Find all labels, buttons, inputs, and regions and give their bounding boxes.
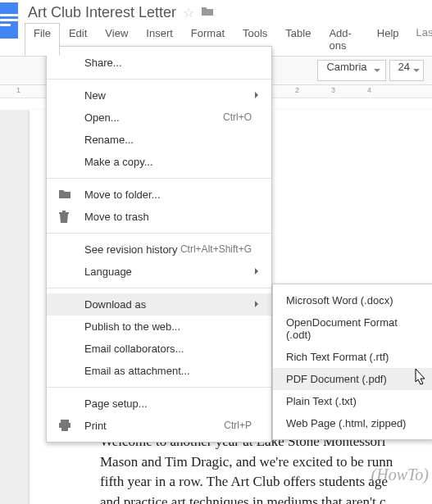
file-page-setup[interactable]: Page setup...: [47, 393, 271, 415]
file-open[interactable]: Open...Ctrl+O: [47, 107, 271, 129]
ruler-mark: 3: [331, 86, 335, 94]
chevron-down-icon: [374, 69, 380, 75]
separator: [47, 79, 271, 79]
download-odt[interactable]: OpenDocument Format (.odt): [273, 311, 432, 346]
file-share[interactable]: Share...: [47, 52, 271, 74]
download-docx[interactable]: Microsoft Word (.docx): [273, 289, 432, 311]
download-rtf[interactable]: Rich Text Format (.rtf): [273, 346, 432, 368]
file-revision[interactable]: See revision historyCtrl+Alt+Shift+G: [47, 238, 271, 261]
font-size: 24: [398, 61, 410, 73]
chevron-down-icon: [413, 69, 420, 75]
separator: [47, 233, 271, 234]
folder-icon[interactable]: [201, 6, 214, 20]
file-print[interactable]: PrintCtrl+P: [47, 415, 271, 437]
last-edit-label[interactable]: Last e: [408, 23, 432, 56]
font-select[interactable]: Cambria: [317, 60, 385, 81]
file-menu: Share... New Open...Ctrl+O Rename... Mak…: [46, 46, 272, 443]
chevron-right-icon: [255, 92, 261, 98]
menu-table[interactable]: Table: [276, 23, 320, 56]
separator: [47, 288, 271, 288]
menu-addons[interactable]: Add-ons: [320, 23, 367, 56]
folder-icon: [58, 188, 71, 202]
body-line: and practice art techniques in mediums t…: [100, 493, 432, 504]
download-txt[interactable]: Plain Text (.txt): [273, 390, 432, 412]
ruler-mark: 1: [16, 86, 20, 94]
docs-logo[interactable]: [0, 2, 18, 39]
file-publish[interactable]: Publish to the web...: [47, 316, 271, 338]
file-email-collab[interactable]: Email collaborators...: [47, 338, 271, 360]
ruler-mark: 4: [367, 86, 371, 94]
file-language[interactable]: Language: [47, 261, 271, 283]
chevron-right-icon: [255, 301, 261, 307]
file-rename[interactable]: Rename...: [47, 129, 271, 151]
doc-title[interactable]: Art Club Interest Letter: [28, 4, 176, 21]
download-pdf[interactable]: PDF Document (.pdf): [273, 368, 432, 390]
font-name: Cambria: [326, 61, 366, 73]
download-submenu: Microsoft Word (.docx) OpenDocument Form…: [272, 284, 432, 440]
separator: [47, 387, 271, 388]
watermark: (HowTo): [371, 465, 429, 484]
menu-help[interactable]: Help: [368, 23, 408, 56]
trash-icon: [58, 211, 71, 224]
file-move-trash[interactable]: Move to trash: [47, 206, 271, 228]
chevron-right-icon: [255, 268, 261, 275]
shortcut: Ctrl+O: [223, 111, 252, 123]
ruler-mark: 2: [295, 86, 299, 94]
star-icon[interactable]: ☆: [183, 5, 194, 20]
file-new[interactable]: New: [47, 84, 271, 107]
download-html[interactable]: Web Page (.html, zipped): [273, 412, 432, 434]
cursor-pointer-icon: [412, 367, 429, 391]
file-email-attach[interactable]: Email as attachment...: [47, 360, 271, 382]
font-size-select[interactable]: 24: [389, 60, 424, 81]
shortcut: Ctrl+Alt+Shift+G: [180, 243, 252, 255]
print-icon: [58, 420, 71, 433]
menu-file[interactable]: File: [25, 23, 60, 56]
doc-title-row: Art Club Interest Letter ☆: [23, 2, 432, 23]
docs-logo-icon: [0, 14, 18, 27]
separator: [47, 178, 271, 179]
file-download-as[interactable]: Download as: [47, 293, 271, 316]
shortcut: Ctrl+P: [224, 420, 252, 431]
file-move-folder[interactable]: Move to folder...: [47, 184, 271, 206]
file-make-copy[interactable]: Make a copy...: [47, 151, 271, 173]
